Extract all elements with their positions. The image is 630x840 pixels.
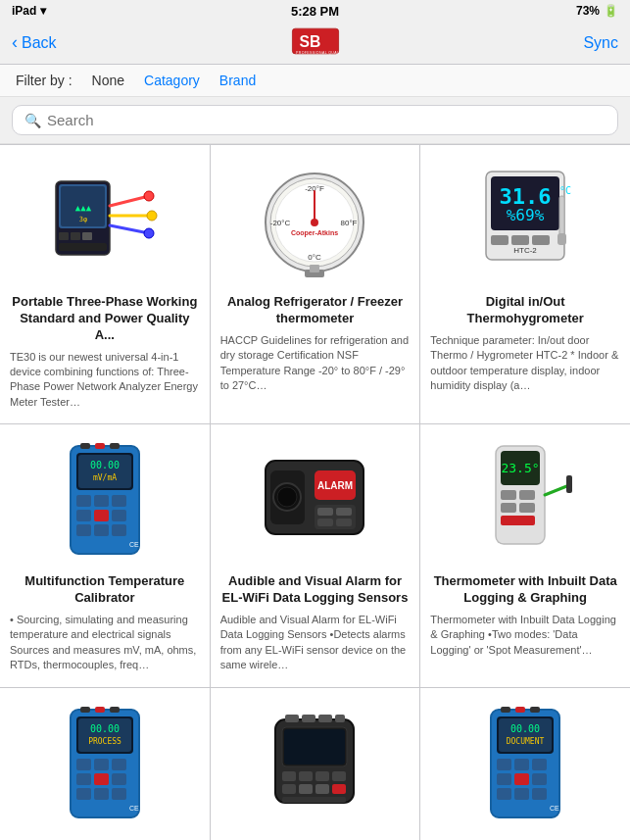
svg-rect-93: [112, 788, 126, 800]
sync-label[interactable]: Sync: [583, 34, 618, 51]
svg-rect-29: [310, 265, 319, 272]
status-time: 5:28 PM: [291, 4, 339, 19]
svg-rect-77: [501, 516, 535, 525]
product-card-9[interactable]: 00.00 DOCUMENT CE Documenting Process Ca…: [420, 688, 630, 840]
product-card-8[interactable]: Handheld Programmer and Data Collector f…: [211, 688, 420, 840]
svg-text:ALARM: ALARM: [317, 480, 353, 491]
svg-text:3φ: 3φ: [79, 216, 87, 223]
svg-text:00.00: 00.00: [510, 723, 540, 734]
svg-rect-69: [336, 519, 352, 526]
svg-rect-107: [315, 771, 329, 781]
status-bar: iPad ▾ 5:28 PM 73% 🔋: [0, 0, 630, 22]
svg-rect-49: [76, 510, 91, 521]
back-chevron-icon: ‹: [12, 32, 18, 53]
svg-text:▲▲▲: ▲▲▲: [75, 203, 92, 213]
svg-rect-51: [112, 510, 126, 521]
filter-none[interactable]: None: [92, 73, 124, 88]
svg-rect-86: [94, 759, 109, 770]
status-right: 73% 🔋: [576, 4, 618, 18]
filter-category[interactable]: Catagory: [144, 73, 200, 88]
product-card-6[interactable]: 23.5° Thermometer with Inbuilt Data Logg…: [420, 424, 630, 686]
product-card-5[interactable]: ALARM Audible and Visual Alarm for EL-Wi…: [211, 424, 420, 686]
product-title-1: Portable Three-Phase Working Standard an…: [10, 294, 200, 344]
svg-text:00.00: 00.00: [90, 460, 120, 470]
svg-rect-15: [71, 232, 80, 240]
product-image-4: 00.00 mV/mA CE: [26, 436, 183, 564]
filter-by-label: Filter by :: [16, 73, 73, 88]
svg-rect-91: [76, 788, 91, 800]
svg-text:00.00: 00.00: [90, 723, 120, 734]
search-input-wrap: 🔍: [12, 105, 618, 135]
svg-rect-52: [76, 524, 91, 536]
sync-button[interactable]: Sync: [583, 34, 618, 52]
product-card-7[interactable]: 00.00 PROCESS CE Multifuction Process Ca…: [0, 688, 210, 840]
svg-rect-38: [511, 235, 529, 245]
nav-bar: ‹ Back SB PROFESSIONAL QUALITY RELIABLE …: [0, 22, 630, 65]
svg-rect-66: [317, 508, 333, 516]
svg-rect-131: [530, 707, 540, 713]
svg-text:HTC-2: HTC-2: [513, 246, 537, 255]
product-title-3: Digital in/Out Thermohygrometer: [430, 294, 620, 327]
product-card-3[interactable]: 31.6 °C %69% HTC-2 Digital in/Out Thermo…: [420, 145, 630, 423]
device-label: iPad: [12, 4, 36, 18]
svg-rect-105: [282, 771, 296, 781]
product-title-7: Multifuction Process Calibrator: [10, 837, 199, 840]
svg-rect-88: [76, 773, 91, 785]
filter-brand[interactable]: Brand: [219, 73, 256, 88]
svg-point-26: [311, 219, 318, 226]
product-card-2[interactable]: -20°F 80°F 0°C -20°C Cooper-Atkins Analo…: [211, 145, 420, 423]
product-title-6: Thermometer with Inbuilt Data Logging & …: [430, 573, 620, 607]
svg-rect-109: [282, 784, 296, 794]
product-image-6: 23.5°: [447, 436, 604, 564]
svg-rect-100: [302, 715, 315, 722]
svg-rect-76: [519, 503, 535, 513]
product-image-7: 00.00 PROCESS CE: [26, 700, 183, 827]
svg-rect-75: [501, 503, 516, 513]
back-label[interactable]: Back: [22, 34, 57, 52]
svg-rect-47: [94, 495, 109, 507]
product-desc-3: Technique parameter: In/out door Thermo …: [430, 333, 620, 394]
svg-rect-57: [95, 443, 105, 449]
svg-rect-79: [566, 475, 572, 493]
svg-rect-96: [95, 707, 105, 713]
svg-rect-56: [80, 443, 90, 449]
svg-rect-39: [532, 235, 550, 245]
wifi-icon: ▾: [40, 4, 46, 18]
svg-rect-126: [514, 788, 529, 800]
svg-rect-124: [532, 773, 547, 785]
svg-text:Cooper-Atkins: Cooper-Atkins: [291, 229, 338, 237]
product-image-2: -20°F 80°F 0°C -20°C Cooper-Atkins: [236, 157, 393, 284]
product-title-4: Multifunction Temperature Calibrator: [10, 573, 200, 607]
product-desc-5: Audible and Visual Alarm for EL-WiFi Dat…: [220, 613, 411, 673]
svg-rect-90: [112, 773, 126, 785]
product-desc-6: Thermometer with Inbuilt Data Logging & …: [430, 613, 620, 658]
svg-rect-125: [497, 788, 511, 800]
svg-rect-74: [519, 490, 535, 500]
svg-rect-120: [514, 759, 529, 770]
svg-rect-36: [557, 233, 566, 245]
svg-rect-108: [332, 771, 346, 781]
search-bar: 🔍: [0, 97, 630, 144]
product-title-2: Analog Refrigerator / Freezer thermomete…: [220, 294, 411, 327]
svg-rect-112: [332, 784, 346, 794]
search-icon: 🔍: [24, 113, 41, 128]
product-desc-1: TE30 is our newest universal 4-in-1 devi…: [10, 350, 200, 411]
svg-text:mV/mA: mV/mA: [93, 473, 117, 482]
svg-rect-111: [315, 784, 329, 794]
product-card-4[interactable]: 00.00 mV/mA CE Multifunction Temperature…: [0, 424, 210, 686]
product-card-1[interactable]: ▲▲▲ 3φ Portable Three-Phase Working Stan…: [0, 145, 210, 423]
svg-line-8: [110, 196, 149, 206]
svg-rect-87: [112, 759, 126, 770]
svg-rect-35: [559, 196, 564, 235]
search-input[interactable]: [47, 112, 606, 128]
svg-rect-119: [497, 759, 511, 770]
svg-text:-20°C: -20°C: [270, 219, 291, 227]
back-button[interactable]: ‹ Back: [12, 32, 57, 53]
svg-rect-97: [110, 707, 120, 713]
svg-rect-48: [112, 495, 126, 507]
filter-bar: Filter by : None Catagory Brand: [0, 65, 630, 97]
svg-text:CE: CE: [129, 805, 139, 812]
svg-point-12: [147, 211, 157, 221]
svg-text:PROCESS: PROCESS: [88, 737, 121, 746]
svg-rect-92: [94, 788, 109, 800]
